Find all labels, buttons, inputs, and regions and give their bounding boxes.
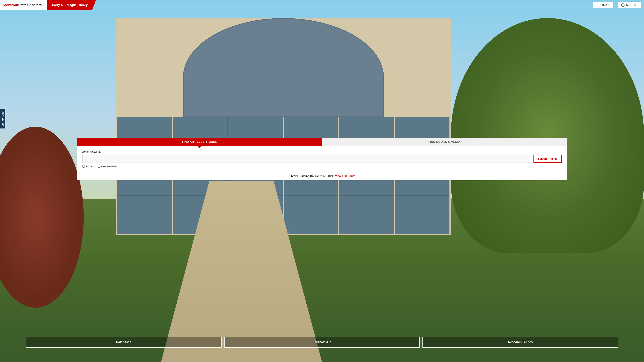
logo-area: MontclairState University: [0, 0, 47, 10]
peer-reviewed-checkbox[interactable]: [98, 165, 100, 168]
hours-label: Library Building Hours:: [289, 175, 319, 177]
search-input-label: Enter Keywords: [82, 150, 562, 153]
logo-state: State: [18, 3, 26, 7]
menu-label: MENU: [602, 3, 610, 6]
search-panel: FIND ARTICLES & MORE FIND BOOKS & MEDIA …: [77, 138, 567, 180]
building-image: [116, 18, 451, 235]
tab-find-books-label: FIND BOOKS & MEDIA: [428, 140, 460, 143]
search-button[interactable]: SEARCH: [618, 2, 641, 8]
search-row: Search Articles: [82, 155, 562, 163]
header: MontclairState University Harry A. Sprag…: [0, 0, 644, 10]
hamburger-icon: [596, 4, 600, 6]
menu-button[interactable]: MENU: [593, 2, 613, 8]
library-name-banner: Harry A. Sprague Library: [47, 0, 96, 10]
logo-university: University: [27, 3, 42, 7]
logo-montclair: Montclair: [3, 3, 18, 7]
hours-bar: Library Building Hours: 8am – 10pm View …: [77, 172, 567, 180]
databases-button[interactable]: Databases: [26, 337, 222, 348]
search-checkboxes: Full Text Peer Reviewed: [82, 165, 562, 168]
tab-find-articles[interactable]: FIND ARTICLES & MORE: [77, 138, 322, 146]
library-name: Harry A. Sprague Library: [52, 3, 88, 7]
search-body: Enter Keywords Search Articles Full Text…: [77, 146, 567, 171]
fulltext-checkbox-label[interactable]: Full Text: [82, 165, 94, 168]
research-guides-button[interactable]: Research Guides: [422, 337, 618, 348]
fulltext-label: Full Text: [86, 165, 94, 168]
library-chat-label: Library Chat: [1, 111, 4, 126]
search-icon: [621, 3, 624, 7]
search-tabs: FIND ARTICLES & MORE FIND BOOKS & MEDIA: [77, 138, 567, 146]
tree-right: [451, 18, 644, 253]
keyword-input[interactable]: [82, 155, 531, 163]
journals-button[interactable]: Journals A-Z: [224, 337, 420, 348]
view-full-hours-link[interactable]: View Full Hours: [335, 175, 355, 177]
peer-reviewed-checkbox-label[interactable]: Peer Reviewed: [98, 165, 117, 168]
header-right: MENU SEARCH: [96, 0, 644, 10]
hamburger-line-2: [596, 5, 600, 5]
hamburger-line-1: [596, 4, 600, 4]
peer-reviewed-label: Peer Reviewed: [101, 165, 117, 168]
fulltext-checkbox[interactable]: [82, 165, 85, 168]
tab-find-articles-label: FIND ARTICLES & MORE: [182, 140, 217, 143]
search-articles-button[interactable]: Search Articles: [534, 155, 562, 163]
hours-time: 8am – 10pm: [320, 175, 335, 177]
hamburger-line-3: [596, 6, 600, 6]
search-label: SEARCH: [626, 3, 637, 6]
bottom-nav: Databases Journals A-Z Research Guides: [26, 337, 618, 348]
library-chat-button[interactable]: Library Chat: [0, 109, 5, 128]
tab-find-books[interactable]: FIND BOOKS & MEDIA: [322, 138, 567, 146]
